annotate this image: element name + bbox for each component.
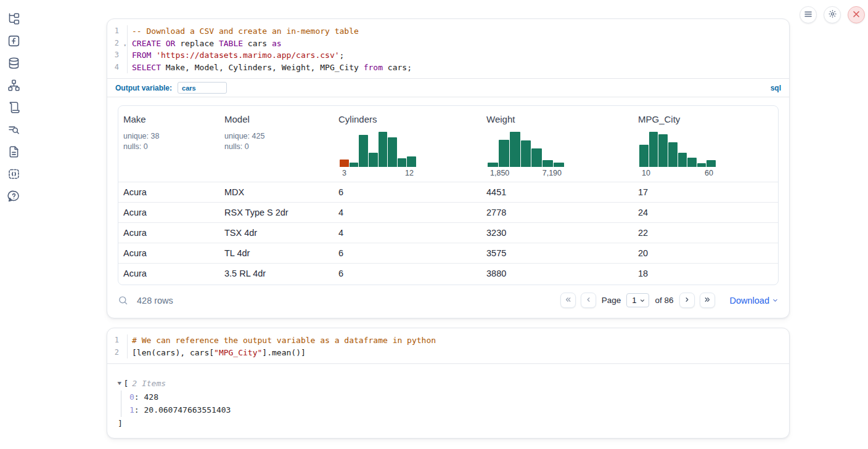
histogram-bar (554, 163, 564, 167)
download-label: Download (730, 296, 770, 305)
sidebar-item-variables[interactable] (5, 33, 22, 51)
page-number-select[interactable]: 1 (626, 293, 649, 307)
line-number: 1 (107, 334, 128, 347)
table-cell: 2778 (481, 202, 633, 222)
table-row[interactable]: AcuraRSX Type S 2dr4277824 (118, 202, 778, 222)
sidebar-item-scratchpad[interactable] (5, 122, 22, 139)
language-badge: sql (771, 84, 781, 92)
table-cell: TL 4dr (219, 243, 334, 263)
column-name: Make (123, 114, 216, 124)
histogram-max-label: 12 (405, 169, 414, 177)
code-line: 1# We can reference the output variable … (107, 334, 789, 347)
settings-button[interactable] (824, 6, 841, 23)
table-cell: 24 (633, 202, 778, 222)
tree-item-count: 2 Items (132, 377, 166, 390)
code-line: 3FROM 'https://datasets.marimo.app/cars.… (107, 49, 789, 62)
code-content: FROM 'https://datasets.marimo.app/cars.c… (128, 49, 344, 62)
shutdown-button[interactable] (848, 6, 865, 23)
histogram-bar (350, 163, 359, 167)
tree-entry-value: : 20.060747663551403 (134, 405, 231, 415)
tree-open-bracket: [ (123, 377, 128, 390)
network-icon (7, 79, 20, 94)
python-output-tree: ▼ [ 2 Items 0: 4281: 20.060747663551403 … (107, 364, 789, 430)
tree-entry: 0: 428 (129, 390, 789, 404)
histogram-bar (706, 160, 716, 167)
sidebar-item-snippets[interactable] (5, 166, 22, 184)
code-line: 2▾CREATE OR replace TABLE cars as (107, 38, 789, 50)
column-name: Model (224, 114, 330, 124)
function-square-icon (7, 34, 20, 49)
table-row[interactable]: Acura3.5 RL 4dr6388018 (118, 263, 778, 283)
histogram-bar (359, 135, 368, 167)
column-header-mpg_city[interactable]: MPG_City1060 (633, 106, 778, 182)
column-stats: unique: 425nulls: 0 (224, 131, 330, 152)
table-cell: TSX 4dr (219, 222, 334, 243)
sql-code-editor[interactable]: 1-- Download a CSV and create an in-memo… (107, 19, 789, 78)
download-button[interactable]: Download (730, 296, 779, 305)
python-code-editor[interactable]: 1# We can reference the output variable … (107, 328, 789, 364)
sidebar-item-logs[interactable] (5, 100, 22, 117)
column-header-model[interactable]: Modelunique: 425nulls: 0 (219, 106, 334, 182)
table-cell: 3880 (481, 263, 633, 283)
column-header-cylinders[interactable]: Cylinders312 (334, 106, 481, 182)
search-icon[interactable] (118, 295, 128, 305)
column-histogram: 312 (340, 132, 416, 177)
table-cell: Acura (118, 263, 219, 283)
histogram-bar (369, 153, 378, 167)
page-label: Page (602, 296, 621, 305)
python-cell: 1# We can reference the output variable … (107, 328, 790, 439)
menu-button[interactable] (800, 6, 817, 23)
column-header-weight[interactable]: Weight1,8507,190 (481, 106, 633, 182)
column-stats: unique: 38nulls: 0 (123, 131, 216, 152)
column-name: Cylinders (338, 114, 478, 124)
result-table: Makeunique: 38nulls: 0Modelunique: 425nu… (118, 106, 778, 283)
column-header-make[interactable]: Makeunique: 38nulls: 0 (118, 106, 219, 182)
code-line: 4SELECT Make, Model, Cylinders, Weight, … (107, 62, 789, 74)
table-cell: 3575 (481, 243, 633, 263)
sidebar-item-help[interactable] (5, 188, 22, 206)
chevron-down-icon (639, 297, 645, 304)
column-name: MPG_City (638, 114, 774, 124)
histogram-bar (668, 142, 678, 167)
table-row[interactable]: AcuraTL 4dr6357520 (118, 243, 778, 263)
sidebar-item-dependency-graph[interactable] (5, 78, 22, 95)
line-number: 1 (107, 25, 128, 38)
last-page-button[interactable] (700, 293, 715, 308)
output-variable-strip: Output variable: sql (107, 78, 789, 97)
histogram-bar (407, 156, 416, 167)
histogram-min-label: 3 (342, 169, 346, 177)
code-content: CREATE OR replace TABLE cars as (128, 38, 282, 50)
histogram-bar (488, 163, 498, 167)
histogram-bar (499, 140, 509, 167)
output-variable-input[interactable] (178, 82, 227, 94)
database-icon (7, 57, 20, 71)
next-page-button[interactable] (679, 293, 695, 308)
code-line: 2[len(cars), cars["MPG_City"].mean()] (107, 347, 789, 359)
histogram-bar (542, 160, 553, 167)
collapse-chevron-icon[interactable]: ▼ (117, 377, 121, 390)
histogram-min-label: 10 (642, 169, 650, 177)
previous-page-button[interactable] (581, 293, 596, 308)
table-cell: Acura (118, 182, 219, 202)
sidebar-item-datasources[interactable] (5, 55, 22, 73)
table-cell: 6 (334, 182, 481, 202)
table-cell: 18 (633, 263, 778, 283)
table-row[interactable]: AcuraMDX6445117 (118, 182, 778, 202)
code-content: [len(cars), cars["MPG_City"].mean()] (128, 347, 306, 359)
sidebar-item-documentation[interactable] (5, 144, 22, 161)
column-histogram: 1060 (639, 132, 716, 177)
tree-entry-key: 1 (129, 405, 134, 415)
table-cell: 17 (633, 182, 778, 202)
line-number: 2 (107, 347, 128, 359)
tree-close-bracket: ] (118, 417, 789, 431)
tree-entry-key: 0 (129, 392, 134, 402)
histogram-min-label: 1,850 (490, 169, 509, 177)
tree-entry: 1: 20.060747663551403 (129, 403, 789, 417)
chevron-down-icon (772, 297, 779, 304)
pagination: Page 1 of 86 Download (560, 293, 779, 308)
sidebar-item-file-explorer[interactable] (5, 11, 22, 28)
first-page-button[interactable] (560, 293, 576, 308)
histogram-bar (388, 137, 397, 167)
table-row[interactable]: AcuraTSX 4dr4323022 (118, 222, 778, 243)
hamburger-icon (804, 10, 813, 20)
